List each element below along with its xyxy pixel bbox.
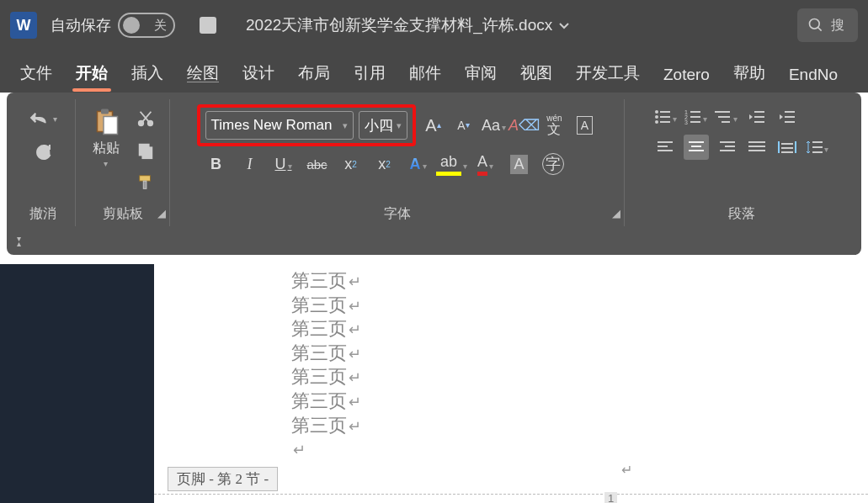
text-line: 第三页: [291, 269, 361, 294]
word-app-icon: W: [10, 12, 37, 39]
distribute-button[interactable]: [775, 135, 800, 160]
tab-insert[interactable]: 插入: [120, 56, 175, 93]
text-line: 第三页: [291, 414, 361, 438]
paste-button[interactable]: 粘贴 ▾: [86, 104, 126, 172]
font-name-combo[interactable]: Times New Roman ▾: [205, 111, 354, 140]
copy-button[interactable]: [131, 136, 160, 165]
font-size-combo[interactable]: 小四 ▾: [359, 111, 407, 140]
text-line: 第三页: [291, 294, 361, 318]
align-right-button[interactable]: [714, 135, 739, 160]
cut-icon: [136, 109, 155, 128]
page-number[interactable]: 1: [604, 492, 617, 503]
svg-rect-1: [205, 26, 211, 31]
search-placeholder: 搜: [831, 17, 844, 34]
redo-button[interactable]: [29, 138, 57, 167]
underline-button[interactable]: U: [271, 151, 296, 177]
tab-home[interactable]: 开始: [64, 56, 120, 93]
subscript-button[interactable]: x2: [338, 151, 364, 177]
repeat-icon: [33, 142, 53, 162]
tab-help[interactable]: 帮助: [722, 56, 777, 93]
clipboard-dialog-launcher[interactable]: ◢: [157, 207, 166, 220]
svg-rect-28: [754, 116, 764, 118]
strikethrough-button[interactable]: abc: [305, 151, 330, 177]
grow-font-button[interactable]: A▴: [421, 113, 446, 138]
font-dialog-launcher[interactable]: ◢: [612, 207, 620, 220]
group-paragraph: 123: [625, 99, 858, 226]
footer-section-label[interactable]: 页脚 - 第 2 节 -: [168, 467, 278, 491]
group-font: Times New Roman ▾ 小四 ▾ A▴ A▾ Aa A⌫ wén: [170, 99, 625, 226]
cut-button[interactable]: [131, 104, 160, 133]
document-title[interactable]: 2022天津市创新奖学金支撑材料_许栋.docx: [246, 14, 571, 36]
svg-rect-5: [101, 109, 109, 114]
svg-rect-30: [785, 111, 795, 113]
search-icon: [807, 17, 824, 34]
svg-rect-46: [781, 147, 793, 149]
tab-references[interactable]: 引用: [342, 56, 397, 93]
svg-rect-41: [720, 150, 735, 151]
tab-endnote[interactable]: EndNo: [777, 59, 849, 93]
tab-layout[interactable]: 布局: [286, 56, 342, 93]
text-line: 第三页: [291, 342, 361, 366]
svg-rect-50: [812, 151, 823, 153]
svg-rect-44: [748, 150, 765, 151]
undo-button[interactable]: ▾: [29, 104, 57, 133]
svg-rect-26: [722, 121, 730, 123]
tab-review[interactable]: 审阅: [453, 56, 509, 93]
line-spacing-icon: [806, 140, 823, 155]
document-page[interactable]: 第三页 第三页 第三页 第三页 第三页 第三页 第三页 ↵ 页脚 - 第 2 节…: [154, 264, 868, 503]
text-line: 第三页: [291, 389, 361, 414]
tab-design[interactable]: 设计: [231, 56, 286, 93]
svg-rect-32: [785, 121, 795, 123]
decrease-indent-button[interactable]: [744, 104, 769, 130]
autosave-control[interactable]: 自动保存 关: [51, 13, 175, 38]
change-case-button[interactable]: Aa: [482, 113, 507, 138]
svg-rect-40: [725, 146, 735, 147]
text-effects-button[interactable]: A: [406, 151, 431, 177]
search-box[interactable]: 搜: [797, 8, 858, 42]
tab-zotero[interactable]: Zotero: [652, 59, 722, 93]
numbering-button[interactable]: 123: [684, 104, 709, 130]
svg-rect-34: [658, 146, 668, 147]
font-color-button[interactable]: A: [473, 151, 498, 177]
increase-indent-button[interactable]: [775, 104, 800, 130]
svg-rect-13: [660, 111, 670, 113]
align-left-button[interactable]: [653, 135, 679, 160]
svg-point-2: [810, 19, 820, 29]
char-border-button[interactable]: A: [572, 113, 598, 138]
enclose-char-button[interactable]: 字: [541, 151, 566, 177]
highlight-color-button[interactable]: ab: [439, 151, 465, 177]
bullets-button[interactable]: [653, 104, 679, 130]
tab-mailings[interactable]: 邮件: [397, 56, 453, 93]
bold-button[interactable]: B: [204, 151, 229, 177]
char-shading-button[interactable]: A: [507, 151, 532, 177]
svg-point-14: [655, 115, 658, 119]
ribbon-options-button[interactable]: ▾▴: [17, 236, 21, 246]
autosave-toggle[interactable]: 关: [118, 13, 175, 38]
format-painter-button[interactable]: [131, 168, 160, 197]
tab-view[interactable]: 视图: [509, 56, 564, 93]
autosave-label: 自动保存: [51, 15, 111, 35]
align-center-icon: [688, 140, 705, 154]
tab-file[interactable]: 文件: [8, 56, 64, 93]
svg-rect-25: [718, 116, 730, 118]
text-line: 第三页: [291, 365, 361, 389]
svg-rect-19: [690, 111, 700, 113]
save-icon: [198, 15, 218, 35]
svg-rect-10: [139, 176, 150, 181]
clear-format-button[interactable]: A⌫: [512, 113, 537, 138]
justify-button[interactable]: [744, 135, 769, 160]
multilevel-list-button[interactable]: [714, 104, 739, 130]
svg-rect-43: [748, 146, 765, 147]
tab-dev[interactable]: 开发工具: [564, 56, 652, 93]
line-spacing-button[interactable]: [805, 135, 830, 160]
svg-point-16: [655, 120, 658, 124]
italic-button[interactable]: I: [237, 151, 263, 177]
group-label-paragraph: 段落: [728, 205, 755, 223]
document-body-text[interactable]: 第三页 第三页 第三页 第三页 第三页 第三页 第三页: [291, 269, 361, 462]
superscript-button[interactable]: x2: [372, 151, 397, 177]
phonetic-guide-button[interactable]: wén 文: [542, 113, 567, 138]
align-center-button[interactable]: [684, 135, 709, 160]
shrink-font-button[interactable]: A▾: [451, 113, 477, 138]
save-button[interactable]: [194, 11, 222, 40]
tab-draw[interactable]: 绘图: [175, 56, 231, 93]
